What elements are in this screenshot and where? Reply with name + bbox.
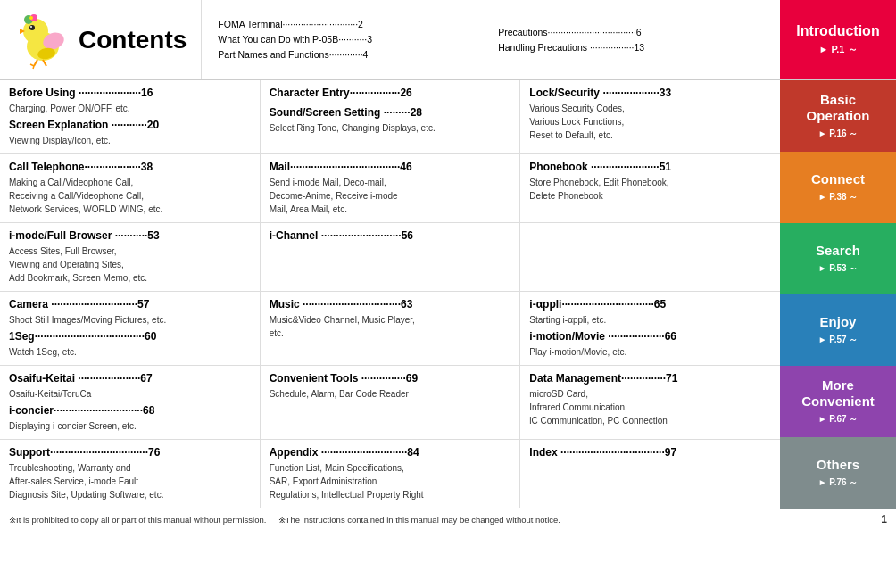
page-title: Contents	[79, 26, 187, 54]
svg-line-10	[33, 66, 34, 69]
camera-desc: Shoot Still Images/Moving Pictures, etc.	[9, 313, 251, 327]
section-row-5: Osaifu-Keitai ·····················67 Os…	[0, 366, 780, 440]
osaifu-desc: Osaifu-Keitai/ToruCa	[9, 387, 251, 401]
tab-enjoy-page: ► P.57 ～	[818, 334, 859, 346]
appendix-title: Appendix ·····························84	[270, 446, 511, 459]
oneseg-section: 1Seg····································…	[9, 330, 251, 359]
header-nav-col2: Precautions·····························…	[491, 25, 771, 55]
nav-item-part-names: Part Names and Functions·············4	[218, 47, 484, 62]
tab-connect-page: ► P.38 ～	[818, 191, 859, 203]
tab-basic-page: ► P.16 ～	[818, 128, 859, 140]
cell-iappli: i-αppli·······························65…	[520, 292, 780, 365]
convenient-tools-desc: Schedule, Alarm, Bar Code Reader	[270, 387, 511, 401]
cell-data-management: Data Management···············71 microSD…	[520, 366, 780, 439]
header-nav-col1: FOMA Terminal···························…	[211, 17, 491, 62]
imotion-title: i-motion/Movie ···················66	[529, 330, 771, 343]
imode-title: i-mode/Full Browser ···········53	[9, 229, 251, 242]
iconcier-desc: Displaying i-concier Screen, etc.	[9, 419, 251, 433]
oneseg-desc: Watch 1Seg, etc.	[9, 345, 251, 359]
support-desc: Troubleshooting, Warranty andAfter-sales…	[9, 461, 251, 501]
osaifu-title: Osaifu-Keitai ·····················67	[9, 372, 251, 385]
tab-enjoy[interactable]: Enjoy ► P.57 ～	[780, 294, 896, 366]
iconcier-title: i-concier······························6…	[9, 404, 251, 417]
iappli-desc: Starting i-αppli, etc.	[529, 313, 771, 327]
svg-line-9	[30, 64, 34, 66]
tab-search-title: Search	[816, 243, 860, 259]
tab-connect[interactable]: Connect ► P.38 ～	[780, 152, 896, 223]
music-desc: Music&Video Channel, Music Player,etc.	[270, 313, 511, 340]
sound-screen-desc: Select Ring Tone, Changing Displays, etc…	[270, 121, 511, 135]
cell-support: Support·································…	[0, 440, 261, 508]
appendix-desc: Function List, Main Specifications,SAR, …	[270, 461, 511, 501]
imode-desc: Access Sites, Full Browser,Viewing and O…	[9, 244, 251, 285]
camera-title: Camera ·····························57	[9, 298, 251, 311]
section-row-3: i-mode/Full Browser ···········53 Access…	[0, 223, 780, 292]
footer-page-number: 1	[881, 513, 887, 526]
cell-lock-security: Lock/Security ···················33 Vari…	[520, 80, 780, 153]
cell-empty-3	[520, 223, 780, 291]
cell-convenient-tools: Convenient Tools ···············69 Sched…	[261, 366, 521, 439]
tab-basic-title: BasicOperation	[807, 92, 870, 124]
lock-security-title: Lock/Security ···················33	[529, 87, 771, 99]
oneseg-title: 1Seg····································…	[9, 330, 251, 343]
svg-line-7	[34, 60, 37, 66]
support-title: Support·································…	[9, 446, 251, 459]
ichannel-title: i-Channel ···························56	[270, 229, 511, 242]
section-row-6: Support·································…	[0, 440, 780, 508]
tab-others[interactable]: Others ► P.76 ～	[780, 437, 896, 509]
tab-basic-operation[interactable]: BasicOperation ► P.16 ～	[780, 80, 896, 152]
cell-imode: i-mode/Full Browser ···········53 Access…	[0, 223, 261, 291]
content-area: Before Using ·····················16 Cha…	[0, 80, 780, 509]
section-row-4: Camera ·····························57 S…	[0, 292, 780, 366]
footer-notes: ※It is prohibited to copy all or part of…	[9, 515, 560, 525]
cell-before-using: Before Using ·····················16 Cha…	[0, 80, 261, 153]
cell-camera: Camera ·····························57 S…	[0, 292, 261, 365]
footer-note2: ※The instructions contained in this manu…	[278, 515, 560, 525]
imotion-section: i-motion/Movie ···················66 Pla…	[529, 330, 771, 359]
cell-mail: Mail····································…	[261, 154, 521, 222]
iconcier-section: i-concier······························6…	[9, 404, 251, 433]
header-nav: FOMA Terminal···························…	[201, 0, 780, 79]
svg-point-4	[29, 25, 35, 30]
logo-section: Contents	[0, 0, 201, 79]
tab-more-convenient[interactable]: MoreConvenient ► P.67 ～	[780, 366, 896, 437]
mail-desc: Send i-mode Mail, Deco-mail,Decome-Anime…	[270, 176, 511, 216]
cell-music: Music ·································6…	[261, 292, 521, 365]
section-row-2: Call Telephone···················38 Maki…	[0, 154, 780, 223]
tab-connect-title: Connect	[811, 171, 865, 187]
side-tabs: BasicOperation ► P.16 ～ Connect ► P.38 ～…	[780, 80, 896, 509]
intro-tab[interactable]: Introduction ► P.1 ～	[780, 0, 896, 79]
tab-more-title: MoreConvenient	[801, 377, 875, 410]
tab-search[interactable]: Search ► P.53 ～	[780, 223, 896, 294]
before-using-title: Before Using ·····················16	[9, 87, 251, 99]
screen-explanation-title: Screen Explanation ············20	[9, 119, 251, 131]
phonebook-desc: Store Phonebook, Edit Phonebook,Delete P…	[529, 176, 771, 203]
svg-point-5	[30, 26, 32, 28]
cell-ichannel: i-Channel ···························56	[261, 223, 521, 291]
index-title: Index ··································…	[529, 446, 771, 459]
page-footer: ※It is prohibited to copy all or part of…	[0, 509, 896, 529]
nav-item-foma: FOMA Terminal···························…	[218, 17, 484, 32]
screen-explanation-section: Screen Explanation ············20 Viewin…	[9, 119, 251, 147]
cell-call-telephone: Call Telephone···················38 Maki…	[0, 154, 261, 222]
main-layout: Before Using ·····················16 Cha…	[0, 80, 896, 509]
imotion-desc: Play i-motion/Movie, etc.	[529, 345, 771, 359]
call-telephone-title: Call Telephone···················38	[9, 161, 251, 173]
cell-phonebook: Phonebook ·······················51 Stor…	[520, 154, 780, 222]
call-telephone-desc: Making a Call/Videophone Call,Receiving …	[9, 176, 251, 216]
cell-appendix: Appendix ·····························84…	[261, 440, 521, 508]
screen-explanation-desc: Viewing Display/Icon, etc.	[9, 134, 251, 147]
svg-point-13	[29, 16, 33, 20]
music-title: Music ·································6…	[270, 298, 511, 311]
phonebook-title: Phonebook ·······················51	[529, 161, 771, 173]
tab-search-page: ► P.53 ～	[818, 262, 859, 275]
cell-index: Index ··································…	[520, 440, 780, 508]
before-using-desc: Charging, Power ON/OFF, etc.	[9, 102, 251, 115]
tab-others-title: Others	[817, 457, 859, 473]
bird-icon	[9, 9, 71, 71]
tab-enjoy-title: Enjoy	[820, 314, 857, 330]
tab-others-page: ► P.76 ～	[818, 476, 859, 489]
character-entry-title: Character Entry·················26	[270, 87, 511, 99]
data-management-title: Data Management···············71	[529, 372, 771, 385]
cell-character-entry: Character Entry·················26 Sound…	[261, 80, 521, 153]
